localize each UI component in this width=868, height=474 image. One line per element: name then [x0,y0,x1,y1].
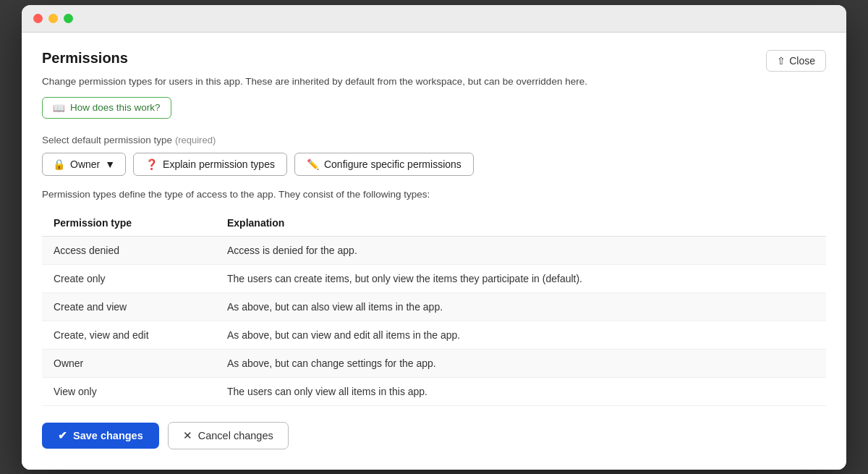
permission-table: Permission type Explanation Access denie… [42,211,826,406]
table-row: OwnerAs above, but can change settings f… [42,349,826,377]
button-row: 🔒 Owner ▼ ❓ Explain permission types ✏️ … [42,153,826,176]
table-row: Create and viewAs above, but can also vi… [42,292,826,321]
col-header-type: Permission type [42,211,216,237]
permission-type-cell: Create only [42,264,216,292]
explanation-cell: As above, but can view and edit all item… [216,321,826,349]
close-label: Close [789,55,815,67]
check-icon: ✔ [58,430,67,441]
page-title: Permissions [42,50,128,67]
explain-button[interactable]: ❓ Explain permission types [133,153,287,176]
header-row: Permissions ⇧ Close [42,50,826,72]
lock-icon: 🔒 [53,158,65,170]
save-button[interactable]: ✔ Save changes [42,423,159,449]
select-label: Select default permission type (required… [42,135,826,145]
explanation-cell: Access is denied for the app. [216,236,826,264]
permission-type-cell: Create, view and edit [42,321,216,349]
book-icon: 📖 [53,102,65,114]
help-circle-icon: ❓ [145,158,158,170]
explanation-cell: The users can only view all items in thi… [216,377,826,405]
save-label: Save changes [73,430,143,441]
minimize-traffic-light[interactable] [48,14,58,23]
col-header-explanation: Explanation [216,211,826,237]
configure-button[interactable]: ✏️ Configure specific permissions [294,153,474,176]
cancel-label: Cancel changes [198,430,273,441]
chevron-up-icon: ⇧ [777,55,786,67]
close-traffic-light[interactable] [33,14,43,23]
help-link[interactable]: 📖 How does this work? [42,97,171,119]
table-row: View onlyThe users can only view all ite… [42,377,826,405]
main-window: Permissions ⇧ Close Change permission ty… [22,5,846,470]
content-area: Permissions ⇧ Close Change permission ty… [22,33,846,470]
permission-type-cell: Owner [42,349,216,377]
chevron-down-icon: ▼ [105,158,115,170]
subtitle-text: Change permission types for users in thi… [42,76,826,87]
permission-type-cell: Create and view [42,292,216,321]
x-icon: ✕ [183,430,192,441]
required-label: (required) [175,135,216,145]
owner-button[interactable]: 🔒 Owner ▼ [42,153,126,176]
select-permission-label: Select default permission type [42,135,172,145]
help-link-label: How does this work? [70,102,161,113]
close-button[interactable]: ⇧ Close [766,50,826,72]
pencil-icon: ✏️ [307,158,319,170]
explanation-cell: The users can create items, but only vie… [216,264,826,292]
owner-label: Owner [70,158,100,170]
explanation-cell: As above, but can also view all items in… [216,292,826,321]
cancel-button[interactable]: ✕ Cancel changes [168,422,289,449]
description-text: Permission types define the type of acce… [42,189,826,200]
permission-type-cell: Access denied [42,236,216,264]
maximize-traffic-light[interactable] [64,14,73,23]
title-bar [22,5,846,33]
table-row: Create, view and editAs above, but can v… [42,321,826,349]
configure-label: Configure specific permissions [324,158,461,170]
permission-type-cell: View only [42,377,216,405]
footer-row: ✔ Save changes ✕ Cancel changes [42,422,826,449]
explain-label: Explain permission types [163,158,275,170]
table-row: Access deniedAccess is denied for the ap… [42,236,826,264]
explanation-cell: As above, but can change settings for th… [216,349,826,377]
table-row: Create onlyThe users can create items, b… [42,264,826,292]
